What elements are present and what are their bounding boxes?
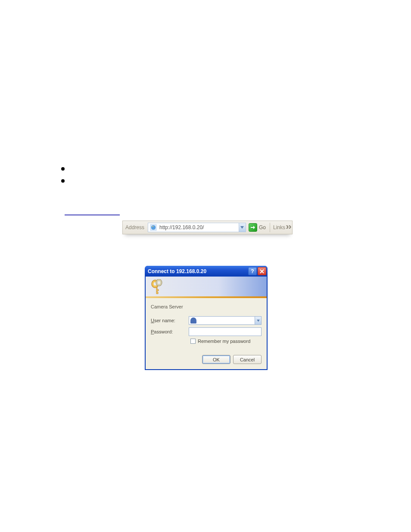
keys-icon (150, 279, 164, 296)
ie-page-icon (150, 224, 157, 231)
links-expand-icon[interactable] (286, 225, 292, 230)
bullet-icon (61, 167, 65, 171)
dialog-title: Connect to 192.168.0.20 (148, 268, 247, 274)
go-button[interactable] (249, 223, 257, 232)
dialog-banner (146, 277, 267, 298)
toolbar-divider (270, 223, 270, 232)
dialog-titlebar[interactable]: Connect to 192.168.0.20 ? (145, 266, 268, 277)
user-icon (190, 317, 196, 324)
ok-button[interactable]: OK (202, 355, 230, 364)
address-url-text: http://192.168.0.20/ (159, 224, 239, 230)
auth-dialog: Connect to 192.168.0.20 ? Camera Server … (145, 266, 268, 370)
links-label[interactable]: Links (271, 224, 286, 230)
username-dropdown-button[interactable] (255, 317, 261, 324)
dialog-body: Camera Server User name: Password: Remem… (145, 277, 268, 370)
hyperlink-underline (65, 215, 120, 215)
address-dropdown-button[interactable] (239, 223, 246, 232)
svg-point-0 (151, 225, 156, 230)
bullet-icon (61, 179, 65, 183)
remember-password-label: Remember my password (198, 339, 250, 344)
address-field[interactable]: http://192.168.0.20/ (148, 223, 246, 232)
remember-password-checkbox[interactable] (190, 339, 196, 344)
auth-realm-text: Camera Server (151, 304, 262, 309)
username-label: User name: (151, 318, 189, 323)
username-field[interactable] (189, 316, 262, 325)
browser-address-bar: Address http://192.168.0.20/ Go Links (122, 221, 293, 234)
help-button[interactable]: ? (248, 267, 257, 275)
go-label: Go (259, 224, 266, 230)
password-label: Password: (151, 329, 189, 334)
password-field[interactable] (189, 327, 262, 336)
svg-point-4 (158, 281, 160, 284)
address-label: Address (123, 224, 148, 230)
close-button[interactable] (258, 267, 266, 275)
cancel-button[interactable]: Cancel (233, 355, 262, 364)
